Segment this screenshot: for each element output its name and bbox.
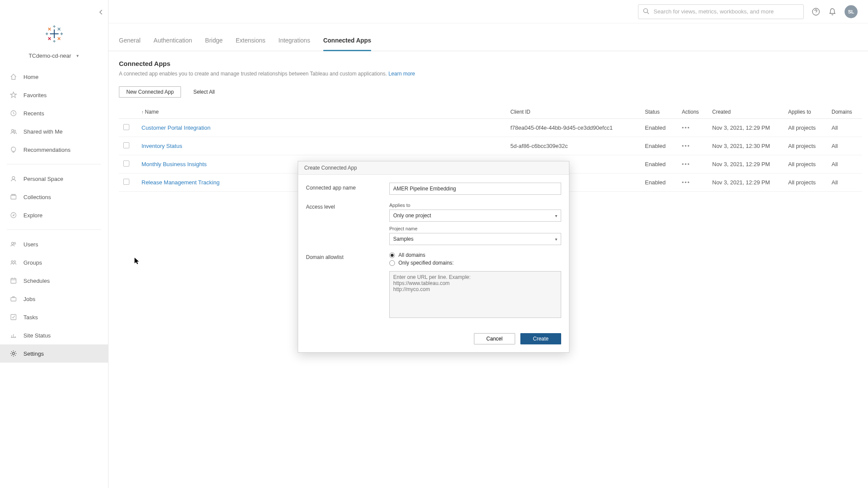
tab-extensions[interactable]: Extensions: [236, 37, 265, 51]
home-icon: [10, 73, 17, 81]
divider: [7, 229, 101, 230]
site-switcher[interactable]: TCdemo-cd-near ▼: [20, 52, 89, 59]
svg-rect-23: [12, 194, 15, 195]
sidebar-item-jobs[interactable]: Jobs: [0, 290, 108, 308]
radio-all-domains[interactable]: [389, 252, 395, 258]
site-name: TCdemo-cd-near: [29, 52, 71, 59]
check-icon: [10, 313, 17, 321]
access-label: Access level: [306, 202, 389, 210]
avatar[interactable]: SL: [845, 5, 858, 18]
sidebar-item-home[interactable]: Home: [0, 68, 108, 86]
sidebar-item-explore[interactable]: Explore: [0, 206, 108, 224]
sidebar-item-collections[interactable]: Collections: [0, 188, 108, 206]
domain-allowlist-textarea: [389, 271, 561, 318]
sidebar-collapse-icon[interactable]: [99, 9, 104, 16]
folder-icon: [10, 193, 17, 201]
clock-icon: [10, 109, 17, 117]
svg-point-26: [14, 242, 16, 244]
page-title: Connected Apps: [119, 60, 858, 67]
col-domains[interactable]: Domains: [827, 105, 862, 119]
tab-general[interactable]: General: [119, 37, 141, 51]
row-actions-icon[interactable]: •••: [682, 179, 690, 186]
bell-icon[interactable]: [828, 7, 837, 16]
col-name[interactable]: Name: [137, 105, 506, 119]
client-id: f78ea045-0f4e-44bb-9d45-ce3dd90efcc1: [506, 119, 641, 137]
cancel-button[interactable]: Cancel: [474, 333, 515, 344]
sidebar-item-label: Explore: [23, 212, 43, 219]
tab-connected-apps[interactable]: Connected Apps: [323, 37, 372, 51]
sidebar-item-label: Schedules: [23, 278, 50, 284]
avatar-initials: SL: [848, 9, 854, 14]
svg-point-21: [12, 177, 15, 179]
sidebar-item-label: Recents: [23, 110, 44, 117]
col-actions[interactable]: Actions: [677, 105, 708, 119]
sidebar-item-users[interactable]: Users: [0, 235, 108, 253]
sidebar: TCdemo-cd-near ▼ Home Favorites Recents: [0, 0, 108, 488]
col-created[interactable]: Created: [708, 105, 784, 119]
app-name-link[interactable]: Release Management Tracking: [141, 179, 220, 186]
svg-rect-29: [11, 278, 16, 283]
toolbar: New Connected App Select All: [119, 86, 858, 98]
row-checkbox[interactable]: [123, 124, 129, 130]
search-box[interactable]: [638, 4, 804, 19]
sidebar-item-favorites[interactable]: Favorites: [0, 86, 108, 104]
help-icon[interactable]: [812, 7, 820, 16]
row-actions-icon[interactable]: •••: [682, 161, 690, 167]
tab-integrations[interactable]: Integrations: [279, 37, 310, 51]
tab-bridge[interactable]: Bridge: [205, 37, 223, 51]
create-button[interactable]: Create: [520, 333, 561, 344]
col-client-id[interactable]: Client ID: [506, 105, 641, 119]
person-icon: [10, 175, 17, 183]
chart-icon: [10, 331, 17, 339]
learn-more-link[interactable]: Learn more: [388, 71, 415, 77]
search-input[interactable]: [653, 8, 799, 15]
created: Nov 3, 2021, 12:30 PM: [708, 137, 784, 155]
new-connected-app-button[interactable]: New Connected App: [119, 86, 181, 98]
domains: All: [827, 119, 862, 137]
sidebar-item-label: Users: [23, 241, 38, 248]
sidebar-item-label: Site Status: [23, 332, 51, 339]
sidebar-item-recommendations[interactable]: Recommendations: [0, 141, 108, 159]
svg-point-28: [14, 261, 16, 262]
sidebar-item-tasks[interactable]: Tasks: [0, 308, 108, 326]
app-name-link[interactable]: Customer Portal Integration: [141, 124, 210, 131]
project-name-select[interactable]: Samples: [389, 233, 561, 245]
settings-tabs: General Authentication Bridge Extensions…: [108, 23, 868, 51]
svg-point-20: [14, 130, 16, 132]
page-description: A connected app enables you to create an…: [119, 71, 858, 77]
row-checkbox[interactable]: [123, 179, 129, 185]
sidebar-item-label: Recommendations: [23, 147, 70, 153]
sidebar-item-label: Tasks: [23, 314, 38, 321]
select-all-button[interactable]: Select All: [193, 89, 214, 95]
allowlist-label: Domain allowlist: [306, 252, 389, 260]
col-applies-to[interactable]: Applies to: [784, 105, 827, 119]
tab-authentication[interactable]: Authentication: [154, 37, 192, 51]
applies-to-select[interactable]: Only one project: [389, 210, 561, 222]
applies-to: All projects: [784, 119, 827, 137]
created: Nov 3, 2021, 12:29 PM: [708, 174, 784, 192]
row-checkbox[interactable]: [123, 142, 129, 148]
sidebar-item-label: Groups: [23, 259, 42, 266]
sidebar-item-site-status[interactable]: Site Status: [0, 326, 108, 344]
sidebar-item-label: Personal Space: [23, 176, 63, 182]
sidebar-item-label: Settings: [23, 350, 44, 357]
svg-line-37: [647, 12, 649, 14]
sidebar-item-recents[interactable]: Recents: [0, 104, 108, 122]
sidebar-item-schedules[interactable]: Schedules: [0, 272, 108, 290]
topbar: SL: [108, 0, 868, 23]
users-icon: [10, 128, 17, 135]
app-name-link[interactable]: Inventory Status: [141, 143, 182, 149]
project-name-label: Project name: [389, 226, 561, 231]
connected-app-name-input[interactable]: [389, 183, 561, 195]
sidebar-item-settings[interactable]: Settings: [0, 344, 108, 363]
app-name-link[interactable]: Monthly Business Insights: [141, 161, 207, 167]
sidebar-item-personal-space[interactable]: Personal Space: [0, 170, 108, 188]
status: Enabled: [641, 137, 677, 155]
row-actions-icon[interactable]: •••: [682, 124, 690, 131]
row-actions-icon[interactable]: •••: [682, 143, 690, 149]
sidebar-item-groups[interactable]: Groups: [0, 253, 108, 272]
sidebar-item-shared[interactable]: Shared with Me: [0, 122, 108, 141]
col-status[interactable]: Status: [641, 105, 677, 119]
row-checkbox[interactable]: [123, 160, 129, 167]
radio-specified-domains[interactable]: [389, 260, 395, 266]
